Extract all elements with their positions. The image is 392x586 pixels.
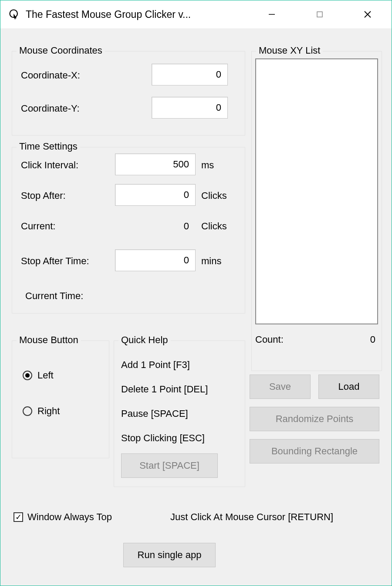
radio-right-label: Right <box>37 405 60 417</box>
coordinate-x-value: 0 <box>216 69 221 80</box>
checkbox-icon: ✓ <box>14 512 23 522</box>
xy-listbox[interactable] <box>255 58 378 324</box>
current-label: Current: <box>21 221 55 232</box>
maximize-button[interactable] <box>296 0 344 28</box>
stop-after-value: 0 <box>184 189 189 201</box>
coordinate-y-label: Coordinate-Y: <box>21 103 80 114</box>
randomize-button[interactable]: Randomize Points <box>250 407 379 431</box>
save-button[interactable]: Save <box>250 375 311 399</box>
stop-after-time-unit: mins <box>201 256 221 267</box>
stop-after-time-value: 0 <box>184 255 189 266</box>
stop-after-label: Stop After: <box>21 190 66 201</box>
current-time-label: Current Time: <box>25 290 83 302</box>
stop-after-time-label: Stop After Time: <box>21 256 89 267</box>
radio-right-circle <box>23 406 32 416</box>
titlebar: The Fastest Mouse Group Clicker v... <box>0 0 392 28</box>
start-button-label: Start [SPACE] <box>139 460 199 471</box>
coordinate-y-input[interactable]: 0 <box>152 97 228 119</box>
coordinate-y-value: 0 <box>216 102 221 113</box>
radio-left[interactable]: Left <box>23 370 54 381</box>
load-button[interactable]: Load <box>318 375 379 399</box>
just-click-label: Just Click At Mouse Cursor [RETURN] <box>170 511 333 523</box>
window-buttons <box>248 0 392 28</box>
always-top-checkbox[interactable]: ✓ Window Always Top <box>14 511 112 523</box>
minimize-button[interactable] <box>248 0 296 28</box>
click-interval-input[interactable]: 500 <box>115 153 196 175</box>
stop-after-time-input[interactable]: 0 <box>115 249 196 271</box>
mouse-coordinates-group: Mouse Coordinates Coordinate-X: 0 Coordi… <box>12 51 245 136</box>
load-button-label: Load <box>338 381 360 392</box>
mouse-button-group: Mouse Button Left Right <box>12 341 109 458</box>
count-label: Count: <box>255 334 284 345</box>
stop-after-input[interactable]: 0 <box>115 184 196 206</box>
svg-rect-3 <box>317 12 322 17</box>
help-delete-point: Delete 1 Point [DEL] <box>121 384 208 395</box>
always-top-label: Window Always Top <box>27 511 112 523</box>
randomize-button-label: Randomize Points <box>276 413 354 425</box>
run-single-app-button[interactable]: Run single app <box>123 543 216 567</box>
start-button[interactable]: Start [SPACE] <box>121 453 218 478</box>
bounding-button-label: Bounding Rectangle <box>271 446 358 457</box>
click-interval-label: Click Interval: <box>21 160 78 171</box>
radio-left-label: Left <box>37 370 54 381</box>
window-title: The Fastest Mouse Group Clicker v... <box>26 9 248 20</box>
click-interval-value: 500 <box>173 159 189 170</box>
run-single-app-label: Run single app <box>138 549 202 561</box>
help-add-point: Add 1 Point [F3] <box>121 359 190 371</box>
current-value: 0 <box>115 221 189 232</box>
click-interval-unit: ms <box>201 160 214 171</box>
coordinate-x-input[interactable]: 0 <box>152 64 228 85</box>
time-settings-group: Time Settings Click Interval: 500 ms Sto… <box>12 147 245 313</box>
help-pause: Pause [SPACE] <box>121 408 188 419</box>
bounding-button[interactable]: Bounding Rectangle <box>250 439 379 463</box>
close-button[interactable] <box>344 0 392 28</box>
save-button-label: Save <box>269 381 291 392</box>
app-icon <box>8 8 20 20</box>
mouse-xy-list-group: Mouse XY List Count: 0 <box>251 51 382 371</box>
coordinate-x-label: Coordinate-X: <box>21 70 80 81</box>
radio-right[interactable]: Right <box>23 405 60 417</box>
help-stop: Stop Clicking [ESC] <box>121 433 205 444</box>
count-value: 0 <box>339 334 375 345</box>
quick-help-group: Quick Help Add 1 Point [F3] Delete 1 Poi… <box>114 341 245 487</box>
stop-after-unit: Clicks <box>201 190 227 201</box>
radio-left-circle <box>23 371 32 380</box>
current-unit: Clicks <box>201 221 227 232</box>
